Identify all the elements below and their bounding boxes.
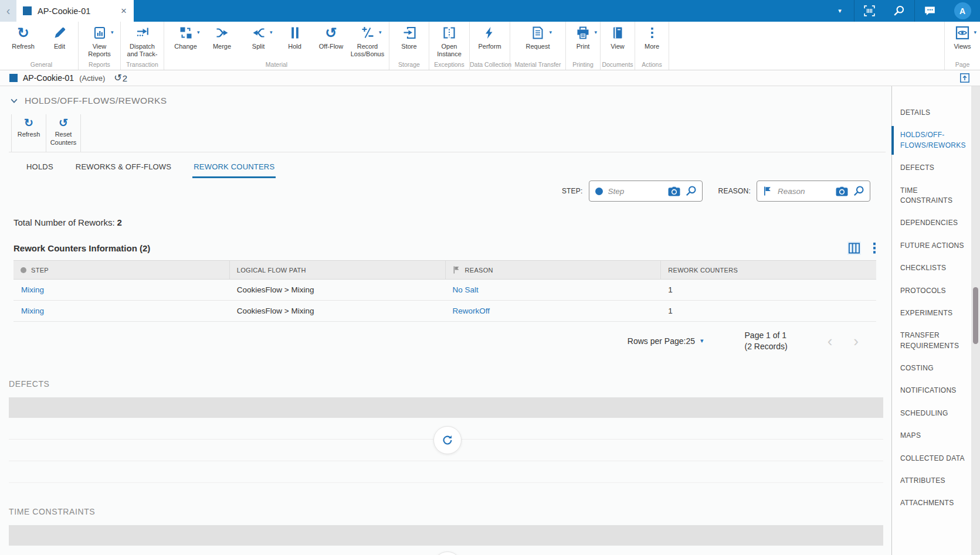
scrollbar-thumb[interactable] xyxy=(973,287,978,344)
views-button[interactable]: ▾ Views xyxy=(945,25,980,60)
sidebar-item-future-actions[interactable]: FUTURE ACTIONS xyxy=(892,241,971,251)
sidebar-item-holds-off-flows-reworks[interactable]: HOLDS/OFF-FLOWS/REWORKS xyxy=(892,130,971,151)
section-toolbar: ↻ Refresh ↺ Reset Counters xyxy=(9,114,886,152)
tab-holds[interactable]: HOLDS xyxy=(25,162,55,178)
rework-counter-cell: 1 xyxy=(660,307,876,315)
sidebar-item-collected-data[interactable]: COLLECTED DATA xyxy=(892,454,971,464)
open-instance-button[interactable]: Open Instance xyxy=(431,25,467,60)
search-button[interactable] xyxy=(884,0,915,22)
view-reports-button[interactable]: ▾ View Reports xyxy=(82,25,118,60)
tab-title: AP-Cookie-01 xyxy=(38,6,115,16)
book-icon xyxy=(611,25,625,41)
ribbon-group-material-transfer: ▾ Request Material Transfer xyxy=(510,22,566,70)
perform-button[interactable]: Perform xyxy=(472,25,508,60)
sidebar-item-defects[interactable]: DEFECTS xyxy=(892,163,971,173)
sidebar-item-details[interactable]: DETAILS xyxy=(892,108,971,118)
edit-button[interactable]: Edit xyxy=(42,25,78,60)
rows-per-page-dropdown[interactable]: Rows per Page:25 ▾ xyxy=(628,336,704,346)
collapse-chevron-icon[interactable] xyxy=(10,97,18,105)
change-button[interactable]: ▾ Change xyxy=(168,25,204,60)
tab-rework-counters[interactable]: REWORK COUNTERS xyxy=(192,162,276,178)
tab-type-icon xyxy=(23,6,32,15)
previous-page-button[interactable]: ‹ xyxy=(828,335,833,347)
reason-filter-input[interactable] xyxy=(776,186,831,196)
user-menu-button[interactable]: A xyxy=(945,0,980,22)
reason-link[interactable]: ReworkOff xyxy=(445,307,661,315)
barcode-scan-button[interactable] xyxy=(854,0,884,22)
step-filter-input[interactable] xyxy=(607,186,663,196)
dispatch-arrow-icon xyxy=(135,25,150,41)
reset-counters-button[interactable]: ↺ Reset Counters xyxy=(46,114,81,152)
ribbon-toolbar: ↻ Refresh Edit General ▾ View Reports Re… xyxy=(0,22,980,70)
sidebar-item-time-constraints[interactable]: TIME CONSTRAINTS xyxy=(892,186,971,206)
more-button[interactable]: More xyxy=(635,25,669,60)
step-link[interactable]: Mixing xyxy=(13,307,229,315)
merge-button[interactable]: Merge xyxy=(204,25,240,60)
store-button[interactable]: Store xyxy=(391,25,428,60)
dispatch-and-track-button[interactable]: Dispatch and Track- xyxy=(124,25,161,60)
topbar-dropdown-button[interactable]: ▾ xyxy=(826,0,854,22)
back-button[interactable]: ‹ xyxy=(0,0,16,22)
step-link[interactable]: Mixing xyxy=(13,285,229,294)
view-documents-button[interactable]: View xyxy=(601,25,635,60)
group-label: Page xyxy=(945,61,980,68)
dropdown-caret-icon: ▾ xyxy=(379,29,382,35)
refresh-button[interactable]: ↻ Refresh xyxy=(5,25,42,60)
sidebar-item-attachments[interactable]: ATTACHMENTS xyxy=(892,498,971,508)
column-header-rework-counters[interactable]: REWORK COUNTERS xyxy=(660,261,876,279)
step-scan-button[interactable] xyxy=(667,186,681,197)
panel-open-icon xyxy=(959,73,970,83)
reason-link[interactable]: No Salt xyxy=(445,285,661,294)
request-button[interactable]: ▾ Request xyxy=(520,25,556,60)
messages-button[interactable] xyxy=(915,0,945,22)
sidebar-item-notifications[interactable]: NOTIFICATIONS xyxy=(892,386,971,396)
sidebar-item-maps[interactable]: MAPS xyxy=(892,431,971,441)
undo-counter[interactable]: ↺ 2 xyxy=(114,73,127,83)
table-row: Mixing CookiesFlow > Mixing ReworkOff 1 xyxy=(13,301,876,322)
reason-search-button[interactable] xyxy=(853,185,864,197)
expand-panel-button[interactable] xyxy=(959,73,970,83)
sidebar-item-experiments[interactable]: EXPERIMENTS xyxy=(892,308,971,318)
vertical-scrollbar[interactable] xyxy=(971,86,980,555)
loading-skeleton-bar xyxy=(9,397,883,418)
column-header-step[interactable]: STEP xyxy=(13,261,229,279)
sidebar-item-costing[interactable]: COSTING xyxy=(892,363,971,373)
off-flow-button[interactable]: ↺ Off-Flow xyxy=(313,25,350,60)
barcode-icon xyxy=(863,5,876,17)
reason-scan-button[interactable] xyxy=(835,186,849,197)
top-bar: ‹ AP-Cookie-01 × ▾ A xyxy=(0,0,980,22)
sidebar-item-scheduling[interactable]: SCHEDULING xyxy=(892,408,971,418)
next-page-button[interactable]: › xyxy=(853,335,859,347)
print-button[interactable]: ▾ Print xyxy=(566,25,600,60)
close-tab-icon[interactable]: × xyxy=(121,6,127,16)
sidebar-item-protocols[interactable]: PROTOCOLS xyxy=(892,286,971,296)
hold-button[interactable]: Hold xyxy=(277,25,313,60)
table-menu-button[interactable] xyxy=(873,242,876,254)
store-arrow-box-icon xyxy=(402,25,416,41)
sidebar-item-dependencies[interactable]: DEPENDENCIES xyxy=(892,218,971,228)
step-search-button[interactable] xyxy=(685,185,697,197)
column-header-logical-flow-path[interactable]: LOGICAL FLOW PATH xyxy=(229,261,445,279)
ribbon-group-page: ▾ Views Page xyxy=(944,22,980,70)
open-instance-icon xyxy=(442,25,456,41)
table-header-row: STEP LOGICAL FLOW PATH REASON REWORK COU… xyxy=(13,260,876,280)
document-tab[interactable]: AP-Cookie-01 × xyxy=(16,0,134,22)
sidebar-item-transfer-requirements[interactable]: TRANSFER REQUIREMENTS xyxy=(892,331,971,351)
split-button[interactable]: ▾ Split xyxy=(240,25,277,60)
loading-skeleton-row xyxy=(9,461,883,483)
report-chart-icon: ▾ xyxy=(93,25,107,41)
ribbon-group-exceptions: Open Instance Exceptions xyxy=(429,22,470,70)
group-label: Storage xyxy=(389,61,429,68)
sidebar-item-attributes[interactable]: ATTRIBUTES xyxy=(892,476,971,486)
record-loss-bonus-button[interactable]: ▾ Record Loss/Bonus xyxy=(350,25,386,60)
column-settings-button[interactable] xyxy=(847,241,861,255)
rework-counters-table: STEP LOGICAL FLOW PATH REASON REWORK COU… xyxy=(13,260,876,322)
sidebar-item-checklists[interactable]: CHECKLISTS xyxy=(892,263,971,273)
ribbon-group-transaction: Dispatch and Track- Transaction xyxy=(121,22,164,70)
column-header-reason[interactable]: REASON xyxy=(445,261,661,279)
undo-icon: ↺ xyxy=(114,73,121,83)
tab-reworks-off-flows[interactable]: REWORKS & OFF-FLOWS xyxy=(74,162,172,178)
section-refresh-button[interactable]: ↻ Refresh xyxy=(11,114,46,152)
dropdown-caret-icon: ▾ xyxy=(549,29,552,35)
camera-icon xyxy=(667,186,681,197)
